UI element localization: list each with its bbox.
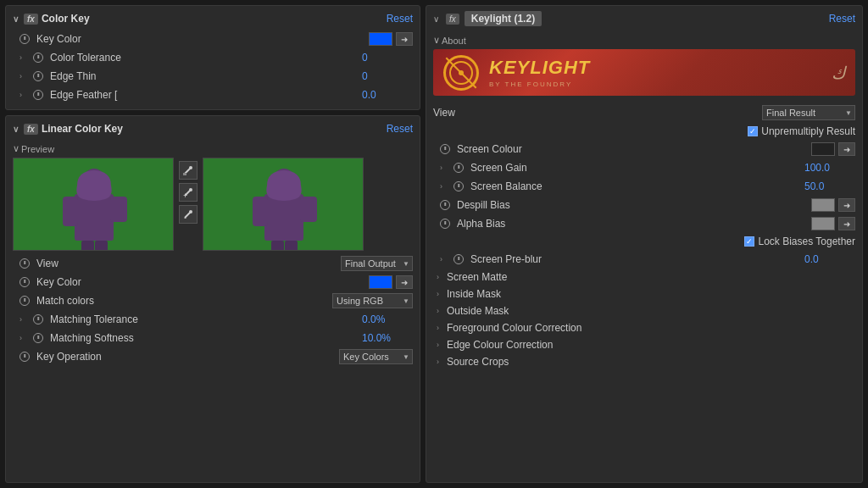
kl-edge-colour-correction[interactable]: › Edge Colour Correction [426,336,862,353]
lck-key-color-swatch[interactable] [369,275,392,289]
kl-screen-balance-expand[interactable]: › [440,182,447,191]
keylight-logo-circle [443,55,479,91]
kl-screen-colour-arrow[interactable]: ➜ [838,142,855,156]
linear-key-chevron[interactable]: ∨ [13,125,19,134]
kl-despill-bias-controls: ➜ [811,198,855,212]
color-key-reset[interactable]: Reset [387,13,413,25]
color-key-title: Color Key [42,13,90,25]
preview-chevron[interactable]: ∨ [13,143,19,154]
edge-feather-clock[interactable] [33,90,43,100]
edge-feather-value[interactable]: 0.0 [362,89,413,101]
matching-tolerance-expand[interactable]: › [19,315,26,324]
view-select-wrapper: Final Output Source Only Matte Only [341,256,413,271]
key-color-arrow[interactable]: ➜ [396,32,413,46]
kl-screen-preblur-expand[interactable]: › [440,255,447,263]
matching-tolerance-value[interactable]: 0.0% [362,313,413,325]
key-operation-select-wrapper: Key Colors Keep Colors Add to Matte [339,349,413,364]
keycolor-clock-icon[interactable] [19,34,30,44]
kl-screen-balance: › Screen Balance 50.0 [426,177,862,196]
matching-softness-expand[interactable]: › [19,334,26,342]
kl-inside-mask[interactable]: › Inside Mask [426,286,862,302]
edge-thin-clock[interactable] [33,71,43,81]
keylight-chevron[interactable]: ∨ [433,14,439,24]
matching-softness-clock[interactable] [33,333,43,343]
kl-screen-matte[interactable]: › Screen Matte [426,269,862,286]
edge-thin-expand[interactable]: › [19,72,26,80]
kl-screen-balance-label: › Screen Balance [440,180,804,192]
kl-screen-gain-clock[interactable] [453,163,464,173]
eyedrop-btn-1[interactable] [179,161,198,180]
kl-despill-bias-swatch[interactable] [811,198,835,212]
about-label: ∨ About [433,35,855,46]
linear-color-key-title-group: ∨ fx Linear Color Key [13,123,123,135]
match-colors-clock[interactable] [19,296,30,306]
keylight-logo: KEYLIGHT BY THE FOUNDRY ﻿ك [433,49,855,96]
color-key-fx-badge: fx [24,14,38,25]
kl-screen-preblur-value[interactable]: 0.0 [804,253,855,265]
kl-lock-biases-row: ✓ Lock Biases Together [426,233,862,250]
lck-key-color-clock[interactable] [19,277,30,287]
edge-feather-expand[interactable]: › [19,91,26,99]
kl-unpremultiply-checkbox[interactable]: ✓ [748,126,758,136]
view-clock[interactable] [19,258,30,269]
lck-key-color-arrow[interactable]: ➜ [396,275,413,289]
about-section: ∨ About KEYLIGHT BY THE FOUNDRY ﻿ك [426,31,862,103]
kl-screen-preblur-clock[interactable] [453,254,464,264]
color-tolerance-value[interactable]: 0 [362,52,413,64]
kl-alpha-bias-clock[interactable] [440,219,450,229]
key-operation-select[interactable]: Key Colors Keep Colors Add to Matte [339,349,413,364]
kl-screen-colour-swatch[interactable] [811,142,835,156]
kl-unpremultiply-wrapper[interactable]: ✓ Unpremultiply Result [748,125,855,137]
key-color-swatch[interactable] [369,32,392,46]
eyedrop-btn-plus[interactable]: + [179,183,198,202]
match-colors-select[interactable]: Using RGB Using Hue Using Chroma [332,293,413,308]
edge-thin-value[interactable]: 0 [362,70,413,82]
eyedrop-btn-minus[interactable]: - [179,205,198,224]
kl-alpha-bias-arrow[interactable]: ➜ [838,217,855,230]
prop-matching-softness-label: › Matching Softness [19,332,362,344]
matching-softness-value[interactable]: 10.0% [362,332,413,344]
color-key-chevron[interactable]: ∨ [13,14,19,24]
kl-view-select-wrapper: Final Result Source Status [762,105,855,120]
kl-lock-biases-checkbox[interactable]: ✓ [744,236,754,247]
prop-view-label: View [19,258,341,269]
kl-screen-gain: › Screen Gain 100.0 [426,158,862,177]
kl-screen-gain-expand[interactable]: › [440,164,447,172]
kl-despill-bias-clock[interactable] [440,200,450,210]
color-tolerance-expand[interactable]: › [19,53,26,62]
keylight-title: Keylight (1.2) [465,11,542,26]
kl-fg-colour-expand[interactable]: › [437,324,443,332]
kl-screen-gain-value[interactable]: 100.0 [804,162,855,174]
keylight-header-left: ∨ fx Keylight (1.2) [433,11,542,26]
kl-screen-balance-value[interactable]: 50.0 [804,180,855,192]
kl-lock-biases-wrapper[interactable]: ✓ Lock Biases Together [744,236,855,247]
linear-key-reset[interactable]: Reset [387,123,413,135]
kl-alpha-bias-swatch[interactable] [811,217,835,230]
prop-edge-feather: › Edge Feather [ 0.0 [6,86,420,104]
kl-screen-matte-expand[interactable]: › [437,273,443,281]
kl-outside-mask-expand[interactable]: › [437,307,443,315]
view-select[interactable]: Final Output Source Only Matte Only [341,256,413,271]
key-operation-clock[interactable] [19,352,30,362]
kl-screen-colour-clock[interactable] [440,144,450,154]
kl-despill-bias-arrow[interactable]: ➜ [838,198,855,212]
kl-outside-mask[interactable]: › Outside Mask [426,302,862,319]
keylight-fx-badge: fx [446,14,459,25]
about-chevron[interactable]: ∨ [433,35,440,46]
kl-edge-colour-expand[interactable]: › [437,341,443,349]
kl-inside-mask-expand[interactable]: › [437,290,443,298]
kl-screen-balance-clock[interactable] [453,181,464,191]
kl-unpremultiply-row: ✓ Unpremultiply Result [426,123,862,140]
linear-key-fx-badge: fx [24,124,38,135]
kl-alpha-bias-label: Alpha Bias [440,218,811,230]
preview-images: + - [13,158,413,251]
color-tolerance-clock[interactable] [33,53,43,63]
kl-outside-mask-label: Outside Mask [447,305,509,317]
kl-fg-colour-correction[interactable]: › Foreground Colour Correction [426,319,862,336]
matching-tolerance-clock[interactable] [33,314,43,324]
kl-source-crops-expand[interactable]: › [437,358,443,366]
kl-source-crops[interactable]: › Source Crops [426,353,862,370]
keylight-reset[interactable]: Reset [829,13,855,25]
kl-screen-colour: Screen Colour ➜ [426,140,862,158]
kl-view-select[interactable]: Final Result Source Status [762,105,855,120]
